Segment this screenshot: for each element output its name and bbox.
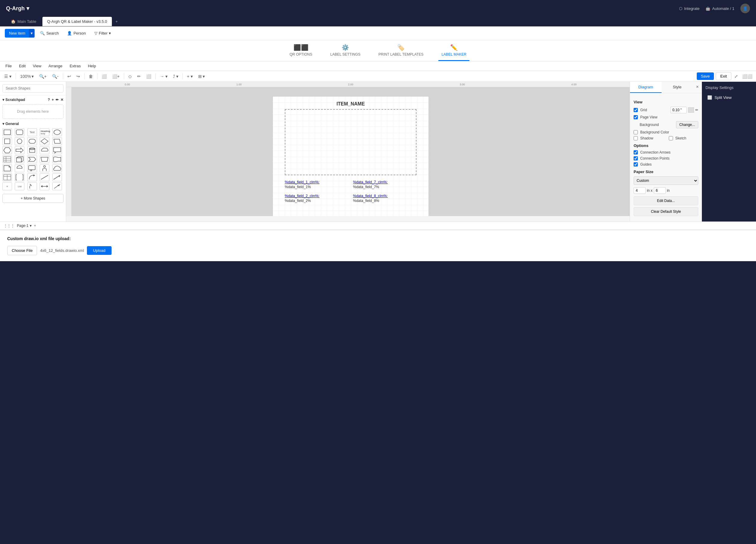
tab-qr-options[interactable]: ⬛⬛ QR OPTIONS [287, 44, 315, 61]
shape-3d-box[interactable] [15, 155, 24, 163]
integrate-btn[interactable]: ⬡ Integrate [679, 6, 699, 11]
paper-size-select[interactable]: Custom [634, 177, 698, 185]
insert-btn[interactable]: + ▾ [185, 73, 195, 80]
automate-btn[interactable]: 🤖 Automate / 1 [705, 6, 734, 11]
shape-arrow-right[interactable] [15, 146, 24, 154]
undo-btn[interactable]: ↩ [66, 73, 73, 80]
delete-btn[interactable]: 🗑 [87, 73, 95, 80]
grid-checkbox[interactable] [634, 108, 638, 112]
right-panel-close-btn[interactable]: ✕ [693, 82, 702, 93]
page-tab[interactable]: Page-1 ▾ [17, 224, 32, 228]
scratchpad-header[interactable]: ▾ Scratchpad ? + ✏ ✕ [2, 98, 63, 102]
shape-arrow-up-right[interactable] [52, 183, 62, 190]
shape-document[interactable] [2, 165, 12, 172]
new-item-dropdown-arrow[interactable]: ▾ [29, 29, 35, 38]
split-view-button[interactable]: ⬜ Split View [705, 94, 752, 102]
scratchpad-drop-area[interactable]: Drag elements here [2, 104, 63, 119]
new-item-button[interactable]: New item ▾ [5, 29, 35, 38]
shape-circle[interactable] [15, 137, 24, 145]
shape-thought-bubble[interactable] [40, 146, 49, 154]
person-button[interactable]: 👤 Person [64, 29, 89, 37]
user-avatar[interactable]: 👤 [740, 4, 750, 13]
shape-rounded-rect[interactable] [15, 128, 24, 136]
tab-label-maker[interactable]: ✏️ LABEL MAKER [438, 44, 469, 61]
shape-diamond[interactable] [40, 137, 49, 145]
menu-file[interactable]: File [2, 63, 15, 69]
connection-arrows-checkbox[interactable] [634, 150, 638, 155]
menu-arrange[interactable]: Arrange [45, 63, 65, 69]
sidebar-toggle-btn[interactable]: ⬜⬜ [741, 73, 754, 80]
page-options-icon[interactable]: ⋮⋮⋮ [4, 224, 14, 228]
shape-person[interactable] [40, 165, 49, 172]
menu-edit[interactable]: Edit [16, 63, 29, 69]
shape-line[interactable] [40, 174, 49, 181]
zoom-in-btn[interactable]: 🔍+ [37, 73, 48, 80]
shape-trapezoid[interactable] [40, 155, 49, 163]
general-header[interactable]: ▾ General [2, 122, 63, 126]
expand-btn[interactable]: ⤢ [733, 73, 739, 80]
shape-cloud[interactable] [52, 165, 62, 172]
canvas-page[interactable]: ITEM_NAME %data_field_1_clm%: %data_fiel… [272, 96, 429, 216]
more-shapes-button[interactable]: + More Shapes [2, 194, 63, 203]
upload-button[interactable]: Upload [87, 246, 111, 255]
connection-points-checkbox[interactable] [634, 156, 638, 161]
shape-curved-rect[interactable] [27, 137, 37, 145]
save-button[interactable]: Save [697, 72, 714, 80]
guides-checkbox[interactable] [634, 162, 638, 167]
shape-square[interactable] [2, 137, 12, 145]
add-page-btn[interactable]: + [34, 224, 36, 228]
scratchpad-edit-icon[interactable]: ✏ [56, 98, 59, 102]
zoom-out-btn[interactable]: 🔍- [50, 73, 60, 80]
shape-list[interactable]: ≡ [2, 183, 12, 190]
scratchpad-close-icon[interactable]: ✕ [60, 98, 63, 102]
tab-main-table[interactable]: 🏠 Main Table [6, 17, 41, 26]
shape-list-item[interactable]: List [15, 183, 24, 190]
shape-hexagon[interactable] [2, 146, 12, 154]
shape-bracket[interactable] [15, 174, 24, 181]
background-color-checkbox[interactable] [634, 130, 638, 134]
shape-cylinder[interactable] [27, 146, 37, 154]
shape-wavy[interactable] [52, 155, 62, 163]
edit-data-button[interactable]: Edit Data... [634, 196, 698, 205]
zoom-level-btn[interactable]: 100% ▾ [18, 73, 35, 80]
connector-btn[interactable]: → ▾ [158, 73, 169, 80]
grid-edit-icon[interactable]: ✏ [695, 108, 698, 112]
change-background-btn[interactable]: Change... [676, 121, 698, 128]
scratchpad-help-icon[interactable]: ? [48, 98, 50, 102]
copy-btn[interactable]: ⬜ [100, 73, 109, 80]
grid-value-input[interactable] [670, 107, 687, 113]
shape-btn[interactable]: ⬜ [144, 73, 153, 80]
choose-file-button[interactable]: Choose File [7, 246, 37, 255]
shape-ellipse[interactable] [52, 128, 62, 136]
scratchpad-add-icon[interactable]: + [52, 98, 54, 102]
shape-table[interactable] [2, 155, 12, 163]
diagram-tab[interactable]: Diagram [630, 82, 662, 93]
search-shapes-input[interactable] [2, 84, 63, 93]
app-dropdown-arrow[interactable]: ▾ [26, 5, 29, 12]
shape-chevron[interactable] [27, 155, 37, 163]
paper-height-input[interactable] [654, 187, 666, 194]
shape-curved-arrow[interactable] [27, 174, 37, 181]
shadow-checkbox[interactable] [634, 136, 638, 140]
menu-view[interactable]: View [30, 63, 44, 69]
tab-add[interactable]: + [113, 17, 120, 26]
exit-button[interactable]: Exit [716, 72, 731, 80]
shape-callout[interactable] [27, 165, 37, 172]
tab-label-maker[interactable]: Q-Argh QR & Label Maker - v3.5.0 [42, 17, 112, 26]
paper-width-input[interactable] [634, 187, 646, 194]
table-btn[interactable]: ⊞ ▾ [196, 73, 207, 80]
shape-heading[interactable]: Heading body [40, 128, 49, 136]
shape-arrow-diag[interactable] [52, 174, 62, 181]
tab-label-settings[interactable]: ⚙️ LABEL SETTINGS [327, 44, 363, 61]
canvas-inner[interactable]: ITEM_NAME %data_field_1_clm%: %data_fiel… [72, 87, 630, 216]
waypoint-btn[interactable]: ⤴ ▾ [171, 73, 180, 80]
search-button[interactable]: 🔍 Search [37, 29, 62, 37]
panel-toggle-btn[interactable]: ☰ ▾ [2, 73, 13, 80]
style-tab[interactable]: Style [662, 82, 693, 93]
shape-parallelogram[interactable] [52, 137, 62, 145]
redo-btn[interactable]: ↪ [75, 73, 82, 80]
app-name[interactable]: Q-Argh ▾ [6, 5, 29, 12]
shape-text[interactable]: Text [27, 128, 37, 136]
shape-speech-bubble[interactable] [52, 146, 62, 154]
page-view-checkbox[interactable] [634, 115, 638, 119]
